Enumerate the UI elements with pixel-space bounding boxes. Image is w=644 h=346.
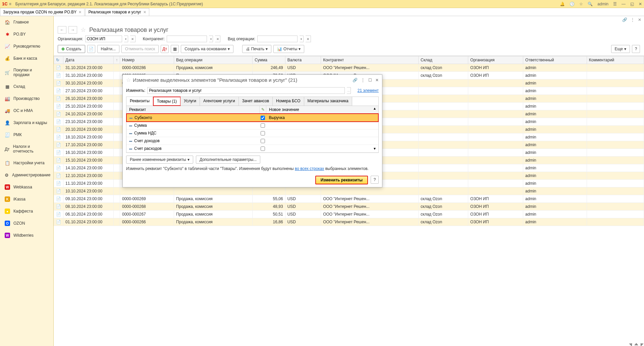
scrollbar[interactable]: ▾ <box>374 146 378 151</box>
chevron-down-icon[interactable]: ▾ <box>300 36 304 42</box>
scroll-corner[interactable] <box>629 343 643 345</box>
minimize-icon[interactable]: — <box>622 2 626 6</box>
link-icon[interactable]: 🔗 <box>622 17 627 22</box>
requisite-row[interactable]: ▬Счет расходов ▾ <box>126 145 378 153</box>
copy-button[interactable]: 📄 <box>87 45 95 53</box>
table-row[interactable]: 📄 09.10.2024 23:00:00 0000-000269 Продаж… <box>54 195 644 203</box>
table-row[interactable]: 📄 01.10.2024 23:00:00 0000-000266 Продаж… <box>54 218 644 226</box>
clear-kontr-icon[interactable]: ✕ <box>215 36 220 42</box>
main-menu-icon[interactable]: ≡ <box>9 2 11 6</box>
chevron-down-icon[interactable]: ▾ <box>124 36 128 42</box>
nav-back-button[interactable]: ← <box>58 26 66 34</box>
column-header[interactable]: Дата <box>63 56 114 64</box>
sidebar-item-1[interactable]: ✱PO.BY <box>0 28 53 40</box>
table-row[interactable]: 📄 10.10.2024 23:00:00 admin <box>54 187 644 195</box>
requisite-row[interactable]: ▬Субконто Выручка <box>126 113 379 122</box>
vid-input[interactable] <box>257 36 298 42</box>
settings-lines-icon[interactable]: ☰ <box>613 2 617 6</box>
clear-vid-icon[interactable]: ✕ <box>306 36 311 42</box>
column-header[interactable]: Контрагент <box>321 56 419 64</box>
kontr-input[interactable] <box>167 36 207 42</box>
req-checkbox[interactable] <box>261 139 265 143</box>
sidebar-item-4[interactable]: 🛒Покупки и продажи <box>0 64 53 80</box>
sidebar-item-10[interactable]: ДтНалоги и отчетность <box>0 141 53 157</box>
reports-button[interactable]: 📊 Отчеты ▾ <box>273 45 304 53</box>
column-header[interactable]: ↻ <box>54 56 63 64</box>
sidebar-item-14[interactable]: KiKassa <box>0 193 53 205</box>
sidebar-item-6[interactable]: 🏭Производство <box>0 93 53 105</box>
choose-button[interactable]: … <box>347 87 351 94</box>
more-menu-icon[interactable]: ⋮ <box>631 17 635 22</box>
column-header[interactable]: Ответственный <box>523 56 587 64</box>
more-menu-icon[interactable]: ⋮ <box>361 78 365 82</box>
find-button[interactable]: Найти... <box>97 45 119 53</box>
create-button[interactable]: ⊕ Создать <box>58 45 85 53</box>
help-button[interactable]: ? <box>371 176 379 184</box>
maximize-icon[interactable]: ☐ <box>368 78 372 82</box>
sidebar-item-15[interactable]: ●Каффеста <box>0 205 53 217</box>
column-header[interactable]: Номер <box>120 56 174 64</box>
sidebar-item-11[interactable]: 📋Настройки учета <box>0 157 53 169</box>
column-header[interactable]: Валюта <box>285 56 321 64</box>
sidebar-item-2[interactable]: 📈Руководителю <box>0 40 53 52</box>
requisite-row[interactable]: ▬Счет доходов <box>126 137 378 145</box>
dialog-tab-3[interactable]: Агентские услуги <box>200 97 239 106</box>
element-count-link[interactable]: 21 элемент <box>358 88 379 93</box>
all-rows-link[interactable]: во всех строках <box>295 166 324 171</box>
batch-button[interactable]: ▦ <box>171 45 179 53</box>
sidebar-item-0[interactable]: 🏠Главное <box>0 16 53 28</box>
table-row[interactable]: 📄 06.10.2024 23:00:00 0000-000267 Продаж… <box>54 211 644 218</box>
nav-forward-button[interactable]: → <box>68 26 77 34</box>
req-checkbox[interactable] <box>261 123 265 128</box>
user-label[interactable]: admin <box>597 2 608 6</box>
dialog-tab-6[interactable]: Материалы заказчика <box>304 97 352 106</box>
edit-icon[interactable]: ✎ <box>260 106 266 113</box>
column-header[interactable]: Комментарий <box>587 56 644 64</box>
sidebar-item-16[interactable]: OOZON <box>0 217 53 229</box>
extra-params-button[interactable]: Дополнительные параметры... <box>196 156 260 164</box>
search-icon[interactable]: 🔍 <box>588 2 593 6</box>
column-header[interactable]: Вид операции <box>174 56 252 64</box>
close-page-icon[interactable]: ✕ <box>638 17 641 22</box>
chevron-down-icon[interactable]: ▾ <box>209 36 213 42</box>
req-checkbox[interactable] <box>261 131 265 135</box>
restore-icon[interactable]: ◱ <box>630 2 634 6</box>
dialog-tab-0[interactable]: Реквизиты <box>126 97 153 106</box>
column-header[interactable]: ↑ <box>114 56 120 64</box>
create-based-button[interactable]: Создать на основании ▾ <box>181 45 233 53</box>
clear-org-icon[interactable]: ✕ <box>130 36 136 42</box>
dialog-tab-5[interactable]: Номера БСО <box>273 97 304 106</box>
dialog-tab-1[interactable]: Товары (1) <box>153 97 181 106</box>
close-icon[interactable]: ✕ <box>143 10 146 14</box>
sidebar-item-9[interactable]: 🧾РМК <box>0 129 53 141</box>
more-button[interactable]: Еще ▾ <box>611 45 630 53</box>
requisite-row[interactable]: ▬Сумма <box>126 122 378 129</box>
change-input[interactable] <box>147 87 344 94</box>
column-header[interactable]: Склад <box>419 56 468 64</box>
sidebar-item-13[interactable]: WWebkassa <box>0 181 53 193</box>
column-header[interactable]: Сумма <box>253 56 285 64</box>
bell-icon[interactable]: 🔔 <box>560 2 565 6</box>
req-checkbox[interactable] <box>261 147 265 151</box>
favorite-star-icon[interactable]: ☆ <box>80 26 86 34</box>
star-icon[interactable]: ☆ <box>579 2 583 6</box>
sidebar-item-7[interactable]: 🚚ОС и НМА <box>0 105 53 117</box>
help-button[interactable]: ? <box>632 45 640 53</box>
history-icon[interactable]: 🕓 <box>570 2 575 6</box>
close-dialog-icon[interactable]: ✕ <box>375 78 379 82</box>
dialog-tab-2[interactable]: Услуги <box>180 97 200 106</box>
requisite-row[interactable]: ▬Сумма НДС <box>126 129 378 137</box>
prev-changed-button[interactable]: Ранее измененные реквизиты ▾ <box>126 156 193 164</box>
dtkt-button[interactable]: Дт <box>161 45 169 53</box>
column-header[interactable]: Организация <box>468 56 523 64</box>
tab-realization[interactable]: Реализация товаров и услуг ✕ <box>85 8 149 16</box>
table-row[interactable]: 📄 31.10.2024 23:00:00 0000-000286 Продаж… <box>54 64 644 72</box>
req-checkbox[interactable] <box>261 116 265 120</box>
sidebar-item-17[interactable]: WWildberries <box>0 229 53 241</box>
change-requisites-button[interactable]: Изменить реквизиты <box>315 176 368 184</box>
sidebar-item-5[interactable]: ▦Склад <box>0 80 53 93</box>
link-icon[interactable]: 🔗 <box>353 78 358 82</box>
sidebar-item-3[interactable]: 💰Банк и касса <box>0 52 53 64</box>
sidebar-item-8[interactable]: 👤Зарплата и кадры <box>0 117 53 129</box>
close-app-icon[interactable]: ✕ <box>639 2 642 6</box>
